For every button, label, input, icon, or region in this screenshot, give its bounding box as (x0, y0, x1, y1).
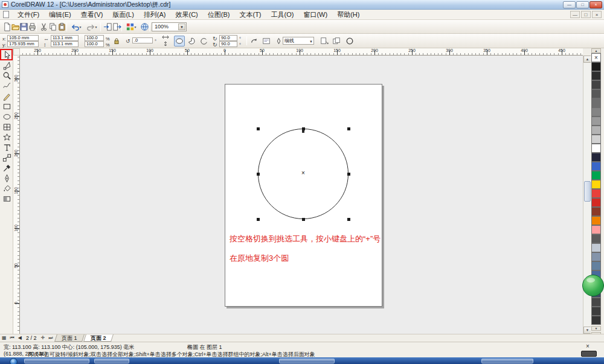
doc-close-button[interactable]: × (592, 11, 602, 18)
end-angle-field[interactable]: 90.0 (219, 41, 237, 47)
color-swatch[interactable] (591, 80, 601, 89)
lock-ratio-button[interactable] (111, 36, 122, 46)
ruler-origin-corner[interactable] (13, 48, 20, 56)
object-width-field[interactable]: 113.1 mm (51, 35, 79, 41)
color-swatch[interactable] (591, 107, 601, 117)
selection-handle[interactable] (302, 127, 305, 130)
add-page-button[interactable]: ✛ (39, 334, 47, 342)
color-swatch[interactable] (591, 225, 601, 234)
outline-width-dropdown[interactable]: 细线 ▼ (283, 37, 314, 45)
color-swatch[interactable] (591, 189, 601, 198)
menu-item-4[interactable]: 排列(A) (139, 10, 171, 20)
color-swatch[interactable] (591, 126, 601, 135)
color-swatch[interactable] (591, 207, 601, 216)
mirror-horizontal-button[interactable] (161, 34, 170, 40)
outline-tool[interactable] (1, 173, 12, 183)
restore-button[interactable]: □ (576, 1, 589, 8)
selection-handle[interactable] (347, 173, 350, 176)
horizontal-ruler[interactable]: 2502001501005005010015020025030035040045… (20, 48, 583, 56)
color-swatch[interactable] (591, 261, 601, 270)
color-swatch[interactable] (591, 135, 601, 144)
ellipse-node[interactable] (302, 130, 304, 133)
taskbar-window-button[interactable] (279, 359, 335, 363)
selection-handle[interactable] (347, 127, 350, 130)
menu-item-2[interactable]: 查看(V) (76, 10, 108, 20)
copy-button[interactable] (48, 22, 57, 32)
export-button[interactable] (112, 22, 121, 32)
selection-handle[interactable] (257, 173, 260, 176)
eyedropper-tool[interactable] (1, 163, 12, 173)
drawing-canvas[interactable]: × 按空格切换到挑选工具，按小键盘上的“+”号 在原地复制3个圆 (20, 56, 583, 334)
cut-button[interactable] (39, 22, 48, 32)
chevron-down-icon[interactable]: ▼ (309, 39, 313, 45)
menu-item-0[interactable]: 文件(F) (13, 10, 44, 20)
menu-item-9[interactable]: 窗口(W) (298, 10, 332, 20)
minimize-button[interactable]: — (563, 1, 576, 8)
corel-online-button[interactable] (140, 22, 149, 32)
x-position-field[interactable]: 105.0 mm (7, 35, 39, 41)
color-swatch[interactable] (591, 153, 601, 162)
color-swatch[interactable] (591, 89, 601, 98)
format-properties-button[interactable] (319, 36, 330, 46)
wrap-paragraph-button[interactable] (261, 36, 272, 46)
symmetry-button[interactable] (331, 36, 342, 46)
clockwise-arc-button[interactable] (249, 36, 260, 46)
mirror-vertical-button[interactable] (161, 40, 170, 47)
rotation-angle-field[interactable]: .0 (132, 37, 153, 43)
basic-shapes-tool[interactable] (1, 132, 12, 142)
taskbar-window-button[interactable] (481, 359, 533, 363)
pie-mode-button[interactable] (186, 36, 197, 46)
color-swatch[interactable] (591, 171, 601, 180)
selection-handle[interactable] (257, 218, 260, 221)
chevron-down-icon[interactable]: ▼ (178, 24, 185, 30)
selection-handle[interactable] (257, 127, 260, 130)
vertical-ruler[interactable]: 300250200150100500 (13, 56, 20, 334)
menu-item-1[interactable]: 编辑(E) (44, 10, 76, 20)
color-swatch[interactable] (591, 180, 601, 189)
start-angle-field[interactable]: 90.0 (219, 35, 237, 41)
ellipse-mode-button[interactable] (174, 36, 185, 46)
color-swatch[interactable] (591, 234, 601, 243)
color-swatch[interactable] (591, 298, 601, 307)
taskbar-window-button[interactable] (24, 359, 89, 363)
menu-item-7[interactable]: 文本(T) (234, 10, 266, 20)
paste-button[interactable] (57, 22, 66, 32)
color-swatch[interactable] (591, 198, 601, 207)
tab-page-1[interactable]: 页面 1 (54, 334, 84, 342)
floating-ball-overlay[interactable] (582, 275, 604, 296)
start-orb[interactable] (10, 358, 18, 364)
last-page-button[interactable]: ⏭ (47, 334, 54, 342)
import-button[interactable] (103, 22, 112, 32)
color-swatch[interactable] (591, 98, 601, 107)
application-launcher-button[interactable]: ▾ (124, 22, 138, 32)
y-position-field[interactable]: 175.935 mm (7, 41, 39, 47)
tab-page-2[interactable]: 页面 2 (83, 334, 113, 342)
interactive-fill-tool[interactable] (1, 194, 12, 203)
doc-minimize-button[interactable]: — (570, 11, 580, 18)
color-swatch[interactable] (591, 243, 601, 252)
menu-item-8[interactable]: 工具(O) (266, 10, 299, 20)
vertical-scroll-thumb[interactable] (584, 181, 591, 202)
palette-scroll-up[interactable]: ▲ (591, 48, 601, 53)
menu-item-5[interactable]: 效果(C) (171, 10, 203, 20)
convert-outline-button[interactable] (344, 36, 355, 46)
object-height-field[interactable]: 113.1 mm (51, 41, 79, 47)
color-swatch[interactable] (591, 71, 601, 80)
print-button[interactable] (27, 22, 37, 32)
menu-item-3[interactable]: 版面(L) (108, 10, 138, 20)
palette-scroll-down[interactable]: ▼ (591, 326, 601, 331)
interactive-blend-tool[interactable] (1, 153, 12, 162)
color-swatch[interactable] (591, 162, 601, 171)
scale-y-field[interactable]: 100.0 (85, 41, 104, 47)
arc-mode-button[interactable] (198, 36, 209, 46)
color-swatch[interactable] (591, 117, 601, 126)
ellipse-tool[interactable] (1, 112, 12, 121)
color-swatch[interactable] (591, 316, 601, 325)
menu-item-6[interactable]: 位图(B) (203, 10, 235, 20)
scale-x-field[interactable]: 100.0 (85, 35, 104, 41)
menu-item-10[interactable]: 帮助(H) (332, 10, 364, 20)
shape-tool[interactable] (1, 60, 12, 70)
graph-paper-tool[interactable] (1, 122, 12, 132)
selection-handle[interactable] (347, 218, 350, 221)
doc-restore-button[interactable]: □ (581, 11, 591, 18)
